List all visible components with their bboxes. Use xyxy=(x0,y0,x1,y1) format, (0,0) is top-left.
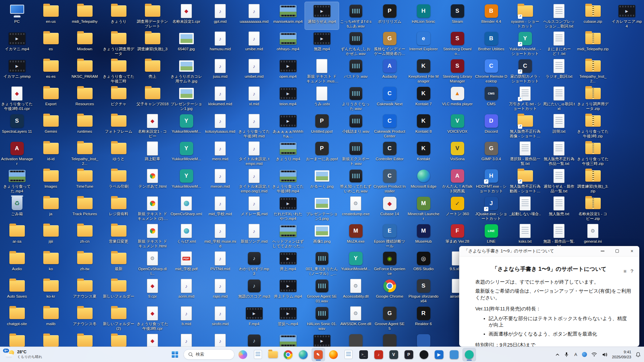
desktop-icon[interactable]: es xyxy=(34,29,68,57)
taskbar-app-pinned-light-app[interactable] xyxy=(251,348,265,361)
desktop-icon[interactable]: 小銭詰まり.wav xyxy=(339,112,373,139)
desktop-icon[interactable]: Export xyxy=(34,84,68,112)
desktop-icon[interactable]: きょうり食ってた午後三時.zip xyxy=(576,139,610,167)
desktop-icon[interactable]: KKontakt 8 xyxy=(407,112,440,139)
desktop-icon[interactable]: BBlender 4.4 xyxy=(474,2,508,29)
maximize-button[interactable] xyxy=(610,246,625,256)
desktop-icon[interactable]: ♪klokumed.mid xyxy=(203,84,237,112)
notification-bell-icon[interactable] xyxy=(635,351,641,358)
desktop-icon[interactable]: ▶井上ドラム.mp4 xyxy=(271,277,305,304)
desktop-icon[interactable]: eInternet Explorer xyxy=(407,29,440,57)
desktop-icon[interactable]: テンポあて.html xyxy=(136,167,169,194)
desktop-icon[interactable]: ゆうと xyxy=(102,139,136,167)
desktop-icon[interactable]: ♪mero.mid xyxy=(203,139,237,167)
desktop-icon[interactable]: 無人販売.txt xyxy=(542,194,576,222)
search-box[interactable]: 検索 xyxy=(183,349,234,360)
desktop-icon[interactable]: ♪uaaaaaaaaa.mid xyxy=(237,2,271,29)
desktop-icon[interactable]: ▶きょうり食ってた.mp4 xyxy=(0,167,34,194)
desktop-icon[interactable]: GGIMP 3.0.4 xyxy=(474,139,508,167)
taskbar-app-firefox[interactable] xyxy=(327,348,340,361)
desktop-icon[interactable]: レジ袋有料 xyxy=(102,194,136,222)
desktop-icon[interactable]: ♪aorin.mid xyxy=(169,277,203,304)
desktop-icon[interactable]: ↗無人販売不正行為 動画 - ショートカット xyxy=(508,167,542,194)
desktop-icon[interactable]: ▶翌反へ.mp4 xyxy=(271,304,305,332)
desktop-icon[interactable]: ▶きょうり食ってた午後3時.mp4 xyxy=(271,167,305,194)
taskbar-app-file-explorer[interactable] xyxy=(266,348,280,361)
desktop-icon[interactable]: Aかんたん！AITalk 3 関西風 xyxy=(440,167,474,194)
taskbar-app-terminal[interactable]: >_ xyxy=(357,348,370,361)
desktop-icon[interactable]: きょうり調査用データ xyxy=(102,29,136,57)
desktop-icon[interactable]: zh-tw xyxy=(68,249,102,277)
taskbar-app-obs-app[interactable] xyxy=(417,348,431,361)
desktop-icon[interactable]: ♪mid_学校.mid xyxy=(203,194,237,222)
taskbar-app-notepad[interactable] xyxy=(342,348,355,361)
desktop-icon[interactable]: 001_東北きりたん（ノーマル）_少しや.. xyxy=(305,249,339,277)
desktop-icon[interactable]: ko xyxy=(34,249,68,277)
desktop-icon[interactable]: en-us xyxy=(34,2,68,29)
desktop-icon[interactable]: C↗家の防犯カメラ - ショートカット xyxy=(508,57,542,84)
desktop-icon[interactable]: プレゼンテーション1.jpg xyxy=(169,84,203,112)
desktop-icon[interactable]: よりうさぐなった.wav xyxy=(339,84,373,112)
desktop-icon[interactable]: CController Editor xyxy=(373,139,407,167)
desktop-icon[interactable]: ▶open.mp4 xyxy=(271,57,305,84)
desktop-icon[interactable]: 調査練習(失敗)_3 xyxy=(136,29,169,57)
desktop-icon[interactable]: midi_Telepathy xyxy=(68,2,102,29)
desktop-icon[interactable]: ▶イカマニ.ymmp xyxy=(0,57,34,84)
desktop-icon[interactable]: 画像1.png xyxy=(305,222,339,249)
start-button[interactable] xyxy=(168,348,182,361)
desktop-icon[interactable]: SSteinberg Downlo... xyxy=(440,29,474,57)
desktop-icon[interactable]: HHALion Sonic xyxy=(407,2,440,29)
desktop-icon[interactable]: 説明.txt xyxy=(542,112,576,139)
desktop-icon[interactable]: ♪メドレー風.mid xyxy=(237,194,271,222)
desktop-icon[interactable]: AActivation Manager xyxy=(0,139,34,167)
desktop-icon[interactable]: ♪kotusytuaaus.mid xyxy=(203,112,237,139)
desktop-icon[interactable]: Mixdown xyxy=(68,29,102,57)
desktop-icon[interactable]: かるーく.png xyxy=(305,167,339,194)
desktop-icon[interactable]: MMuseHub xyxy=(407,222,440,249)
desktop-icon[interactable]: F筆まめ Ver.28 xyxy=(440,222,474,249)
desktop-icon[interactable]: LINELINE xyxy=(474,222,508,249)
desktop-icon[interactable]: ▶無題.mp4 xyxy=(305,29,339,57)
desktop-icon[interactable]: ⚙AWSSDK.Core.dll xyxy=(339,304,373,332)
desktop-icon[interactable]: KKontakt xyxy=(407,139,440,167)
taskbar-app-edge[interactable] xyxy=(297,348,310,361)
desktop-icon[interactable]: YYukkuriMovieM... xyxy=(169,167,203,194)
desktop-icon[interactable]: ◆Cubase 14 xyxy=(373,194,407,222)
desktop-icon[interactable]: id-id xyxy=(34,139,68,167)
desktop-icon[interactable]: 調査用データテンプレート xyxy=(136,2,169,29)
desktop-icon[interactable]: TimeTune xyxy=(68,167,102,194)
desktop-icon[interactable]: Telepathy_Inst_2... xyxy=(68,139,102,167)
desktop-icon[interactable]: ⚙createdump.exe xyxy=(339,194,373,222)
desktop-icon[interactable]: chatgpt-site xyxy=(0,304,34,332)
desktop-icon[interactable]: Pポリリリズム xyxy=(373,2,407,29)
desktop-icon[interactable]: CCrypton Product Installer xyxy=(373,167,407,194)
desktop-icon[interactable]: jijii xyxy=(34,222,68,249)
desktop-icon[interactable]: きょうり xyxy=(102,2,136,29)
desktop-icon[interactable]: malib xyxy=(34,304,68,332)
desktop-icon[interactable]: 名称未設定1 - コピー.zip xyxy=(576,194,610,222)
desktop-icon[interactable]: SSteam xyxy=(440,2,474,29)
desktop-icon[interactable]: ▶きょうり.mp4 xyxy=(271,139,305,167)
desktop-icon[interactable]: ずんだもん_しおかぜふ.wav xyxy=(339,29,373,57)
desktop-icon[interactable]: ♪きょうり食ってた午後3時.mid xyxy=(237,112,271,139)
desktop-icon[interactable]: ♪わかりやすづ.mp3 xyxy=(237,249,271,277)
desktop-icon[interactable]: KKontakt 7 xyxy=(407,84,440,112)
desktop-icon[interactable]: ⚙Accessibility.dll xyxy=(339,277,373,304)
desktop-icon[interactable]: HALion Sonic 01.wav xyxy=(305,304,339,332)
desktop-icon[interactable]: アナウンス夏 xyxy=(68,277,102,304)
desktop-icon[interactable]: 営業日変更 xyxy=(102,222,136,249)
desktop-icon[interactable]: ▲VLC media player xyxy=(440,84,474,112)
desktop-icon[interactable]: 死にたい_ゅ歌詞.txt xyxy=(542,84,576,112)
desktop-icon[interactable]: GGroove Agent SE 5 xyxy=(373,304,407,332)
desktop-icon[interactable]: DDiscord xyxy=(474,112,508,139)
desktop-icon[interactable]: 無題 - 親作品一覧.txt xyxy=(542,222,576,249)
desktop-icon[interactable]: くらび.xml xyxy=(169,222,203,249)
desktop-icon[interactable]: Telepathy_Inst_2... xyxy=(576,57,610,84)
minimize-button[interactable] xyxy=(595,246,610,256)
ime-indicator[interactable]: A xyxy=(573,352,578,357)
desktop-icon[interactable]: ラベル印刷 xyxy=(102,167,136,194)
desktop-icon[interactable]: ▶manisekarin.mp4 xyxy=(271,2,305,29)
taskbar-app-fudemame-support-app[interactable]: ✎ xyxy=(312,348,325,361)
taskbar-app-p-dark-app[interactable]: P xyxy=(402,348,416,361)
desktop-icon[interactable]: ▶だれだFXいれたやつ.mp4 xyxy=(271,194,305,222)
